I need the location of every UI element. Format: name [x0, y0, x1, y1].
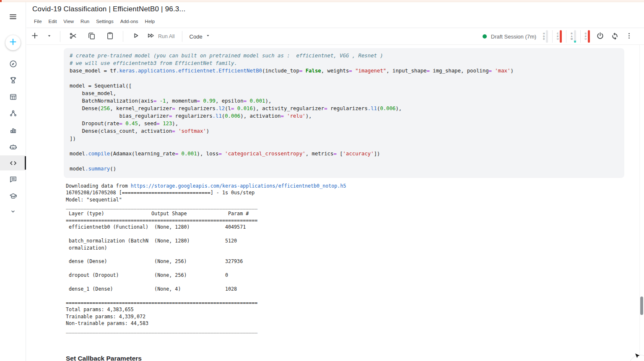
code-line: # we will use efficientnetb3 from Effici… [70, 59, 620, 67]
output-line: batch_normalization (BatchN (None, 1280)… [66, 237, 346, 244]
stop-session-button[interactable] [596, 31, 605, 42]
sidebar-item-home[interactable] [0, 56, 26, 71]
sidebar-item-benchmarks[interactable] [0, 122, 26, 137]
output-line: Non-trainable params: 44,583 [66, 320, 346, 327]
power-icon [596, 31, 605, 42]
menu-item-addons[interactable]: Add-ons [120, 19, 138, 24]
output-line: ________________________________________… [66, 327, 346, 334]
sidebar [0, 2, 26, 361]
code-line [70, 75, 620, 82]
output-line: ormalization) [66, 245, 346, 251]
output-line: dense (Dense) (None, 256) 327936 [66, 258, 346, 265]
gpu-meter[interactable]: G P U [585, 30, 590, 43]
restart-session-button[interactable] [610, 31, 619, 42]
code-editor[interactable]: # create pre-trained model (you can buil… [70, 52, 620, 173]
sidebar-item-learn[interactable] [0, 188, 26, 204]
code-line: Dropout(rate= 0.45, seed= 123), [70, 120, 620, 127]
output-line: efficientnetb0 (Functional) (None, 1280)… [66, 224, 346, 230]
ram-meter[interactable]: R A M [571, 30, 576, 43]
caret-down-icon [46, 33, 52, 41]
run-all-button[interactable]: Run All [147, 31, 175, 41]
copy-cell-button[interactable] [87, 31, 96, 42]
output-download-link[interactable]: https://storage.googleapis.com/keras-app… [131, 183, 346, 189]
notebook-title[interactable]: Covid-19 Classification | EfficientNetB0… [32, 5, 185, 13]
output-line [66, 231, 346, 237]
menu-item-run[interactable]: Run [80, 19, 89, 24]
network-nodes-icon [9, 109, 18, 118]
sidebar-more-button[interactable] [0, 206, 26, 217]
copy-icon [87, 31, 96, 42]
meter-bar [560, 30, 562, 43]
run-cell-button[interactable] [132, 31, 140, 41]
sidebar-item-models[interactable] [0, 106, 26, 121]
caret-down-icon [205, 33, 211, 40]
code-line: base_model = tf.keras.applications.effic… [70, 67, 620, 75]
code-cell[interactable]: # create pre-trained model (you can buil… [64, 48, 624, 178]
fast-forward-icon [147, 31, 155, 41]
sidebar-item-code[interactable] [0, 155, 26, 170]
chevron-down-icon [9, 208, 17, 215]
cut-cell-button[interactable] [69, 31, 78, 42]
output-line [66, 279, 346, 286]
code-line: Dense(256, kernel_regularizer= regulariz… [70, 105, 620, 112]
cpu-meter[interactable]: C P U [557, 30, 562, 43]
menu-item-help[interactable]: Help [145, 19, 155, 24]
add-cell-dropdown[interactable] [46, 33, 52, 41]
notebook-toolbar: Run All Code Draft Session (7m) H D DC P… [26, 28, 644, 45]
speech-bubble-icon [9, 175, 18, 184]
menu-item-view[interactable]: View [63, 19, 74, 24]
code-line: ]) [70, 135, 620, 142]
create-button[interactable] [5, 35, 21, 50]
compass-icon [9, 59, 18, 68]
meter-divider [580, 30, 581, 43]
menu-item-edit[interactable]: Edit [49, 19, 57, 24]
cell-type-selector[interactable]: Code [190, 33, 211, 40]
play-icon [132, 31, 140, 41]
output-line: ========================================… [66, 217, 346, 224]
output-line: dropout (Dropout) (None, 256) 0 [66, 272, 346, 278]
hdd-meter[interactable]: H D D [543, 30, 548, 43]
code-line: model.compile(Adamax(learning_rate= 0.00… [70, 150, 620, 157]
paste-cell-button[interactable] [106, 31, 114, 42]
toolbar-divider [123, 31, 123, 42]
sidebar-item-datasets[interactable] [0, 89, 26, 104]
plus-icon [30, 31, 39, 42]
menu-item-settings[interactable]: Settings [96, 19, 114, 24]
run-all-label: Run All [158, 34, 175, 39]
output-line: dense_1 (Dense) (None, 4) 1028 [66, 286, 346, 292]
sidebar-item-competitions[interactable] [0, 72, 26, 88]
page-scrollbar[interactable] [639, 45, 644, 361]
code-line: bias_regularizer= regularizers.l1(0.006)… [70, 112, 620, 120]
bar-chart-icon [9, 126, 18, 134]
code-line: model = Sequential([ [70, 82, 620, 90]
meter-divider [552, 30, 553, 43]
output-line: Total params: 4,383,655 [66, 306, 346, 313]
table-grid-icon [9, 93, 18, 101]
sidebar-item-agents[interactable] [0, 139, 26, 154]
more-options-button[interactable] [625, 32, 633, 41]
output-line: Model: "sequential" [66, 196, 346, 203]
meter-label: R A M [571, 32, 573, 41]
robot-icon [9, 142, 18, 151]
hamburger-menu-button[interactable] [0, 9, 26, 24]
add-cell-button[interactable] [30, 31, 39, 42]
meter-bar [588, 30, 590, 43]
code-line: base_model, [70, 90, 620, 97]
code-line: Dense(class_count, activation= 'softmax'… [70, 127, 620, 135]
plus-icon [8, 37, 18, 48]
output-line: 16705208/16705208 [=====================… [66, 189, 346, 196]
notebook-header: Covid-19 Classification | EfficientNetB0… [26, 2, 644, 28]
code-line: model.summary() [70, 165, 620, 173]
meter-bar [574, 30, 576, 43]
meter-bar [546, 30, 548, 43]
output-line: Layer (type) Output Shape Param # [66, 210, 346, 217]
resource-meters: H D DC P UR A MG P U [543, 30, 590, 43]
scrollbar-thumb[interactable] [640, 297, 643, 315]
hamburger-icon [9, 13, 17, 21]
toolbar-divider [60, 31, 60, 42]
output-line: Trainable params: 4,339,072 [66, 313, 346, 320]
code-line [70, 157, 620, 165]
session-status-dot [483, 34, 487, 39]
menu-item-file[interactable]: File [34, 19, 42, 24]
sidebar-item-discussions[interactable] [0, 172, 26, 187]
